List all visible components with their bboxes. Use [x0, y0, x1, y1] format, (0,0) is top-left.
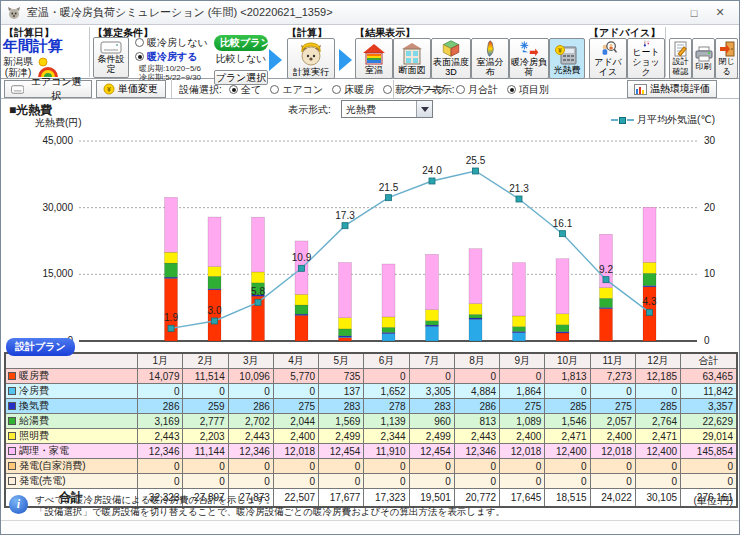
column-header: 6月 [364, 353, 409, 369]
radio-option-全て[interactable]: 全て [229, 83, 261, 97]
value-cell: 1,139 [364, 414, 409, 429]
series-color-swatch [8, 477, 16, 485]
print-button[interactable]: 印刷 [692, 38, 715, 79]
svg-text:10: 10 [704, 268, 716, 279]
design-check-button[interactable]: 設計確認 [669, 38, 692, 79]
left-axis-label: 光熱費(円) [35, 116, 82, 130]
row-label: 発電(自家消費) [5, 459, 138, 474]
table-row-換気費: 換気費2862592862752832782832862752852752853… [5, 399, 737, 414]
note-line-1: すべての暖冷房設備による暖冷房費の合計を示します。 [35, 494, 505, 506]
table-row-暖房費: 暖房費14,07911,51410,0965,77073500001,8137,… [5, 369, 737, 384]
radio-option-項目別[interactable]: 項目別 [507, 83, 549, 97]
series-color-swatch [8, 447, 16, 455]
utility-cost-button[interactable]: ¥ 光熱費 [549, 38, 585, 79]
value-cell: 1,089 [500, 414, 545, 429]
table-row-冷房費: 冷房費00001371,6523,3054,8841,86400011,842 [5, 384, 737, 399]
divider [89, 27, 90, 77]
advice-button[interactable]: アドバイス [589, 38, 627, 79]
table-row-給湯費: 給湯費3,1692,7772,7022,0441,5691,1399608131… [5, 414, 737, 429]
value-cell: 0 [590, 384, 635, 399]
design-check-icon [673, 41, 689, 57]
value-cell: 1,813 [545, 369, 590, 384]
value-cell: 0 [228, 459, 273, 474]
surface-temp-3d-button[interactable]: 表面温度3D [431, 38, 471, 79]
value-cell: 0 [409, 474, 454, 489]
value-cell: 2,400 [273, 429, 318, 444]
value-cell: 12,346 [138, 444, 183, 459]
value-cell: 285 [545, 399, 590, 414]
heating-period-label: 暖房期:10/20~5/6 [139, 64, 208, 73]
value-cell: 0 [681, 459, 737, 474]
equipment-select-label: 設備選択: [179, 83, 222, 97]
value-cell: 2,471 [545, 429, 590, 444]
column-header: 11月 [590, 353, 635, 369]
svg-text:45,000: 45,000 [42, 135, 73, 146]
aircon-small-icon [11, 85, 24, 94]
coin-icon: ¥ [103, 83, 115, 95]
compare-state-label: 比較しない [214, 52, 268, 66]
aircon-select-button[interactable]: エアコン選択 [4, 80, 92, 98]
compare-section: 比較プラン 比較しない プラン選択 [214, 35, 268, 85]
advice-icon [596, 40, 620, 57]
window-title: 室温・暖冷房負荷シミュレーション (年間) <20220621_1359> [27, 5, 681, 20]
surface-3d-icon [439, 40, 463, 57]
value-cell: 0 [545, 384, 590, 399]
series-color-swatch [8, 432, 16, 440]
value-cell: 283 [409, 399, 454, 414]
column-header: 1月 [138, 353, 183, 369]
value-cell: 12,346 [228, 444, 273, 459]
results-button-group: 室温 断面図 表面温度3D [355, 38, 585, 79]
calc-date-section: 年間計算 新潟県 (新津) [3, 37, 87, 78]
main-toolbar: 【計算日】 【算定条件】 【計算】 【結果表示】 【アドバイス】 年間計算 新潟… [1, 25, 739, 79]
flow-arrow-icon [339, 49, 352, 71]
heat-shock-button[interactable]: ヒートショック [627, 38, 665, 79]
calc-mode-title: 年間計算 [3, 37, 87, 56]
series-color-swatch [8, 462, 16, 470]
value-cell: 0 [590, 474, 635, 489]
radio-option-no-hvac[interactable]: 暖冷房しない [135, 36, 208, 50]
value-cell: 0 [364, 459, 409, 474]
maximize-button[interactable]: □ [681, 4, 707, 22]
legend-label: 月平均外気温(℃) [637, 113, 715, 127]
close-window-button[interactable]: 閉じる [715, 38, 738, 79]
app-icon [7, 6, 21, 20]
radio-option-エアコン[interactable]: エアコン [270, 83, 323, 97]
hvac-load-icon [517, 40, 541, 57]
radio-option-床暖房[interactable]: 床暖房 [332, 83, 374, 97]
radio-option-月合計[interactable]: 月合計 [456, 83, 498, 97]
svg-text:30: 30 [704, 135, 716, 146]
value-cell: 11,910 [364, 444, 409, 459]
condition-settings-button[interactable]: 条件設定 [93, 37, 129, 78]
series-color-swatch [8, 417, 16, 425]
value-cell: 12,018 [273, 444, 318, 459]
value-cell: 1,864 [500, 384, 545, 399]
thermal-eval-icon [634, 84, 647, 95]
value-cell: 7,273 [590, 369, 635, 384]
value-cell: 3,357 [681, 399, 737, 414]
value-cell: 285 [635, 399, 680, 414]
close-button[interactable]: ✕ [707, 4, 733, 22]
thermal-eval-button[interactable]: 温熱環境評価 [627, 80, 717, 98]
value-cell: 0 [319, 474, 364, 489]
value-cell: 0 [273, 384, 318, 399]
hvac-load-button[interactable]: 暖冷房負荷 [509, 38, 549, 79]
value-cell: 0 [183, 474, 228, 489]
value-cell: 0 [319, 459, 364, 474]
temp-distribution-button[interactable]: 室温分布 [471, 38, 509, 79]
value-cell: 283 [319, 399, 364, 414]
value-cell: 0 [183, 384, 228, 399]
value-cell: 0 [228, 384, 273, 399]
unit-price-button[interactable]: ¥ 単価変更 [96, 80, 166, 98]
utility-cost-chart: 015,00030,00045,00001020301.93.05.810.91… [1, 113, 740, 349]
app-window: 室温・暖冷房負荷シミュレーション (年間) <20220621_1359> □ … [0, 0, 740, 535]
value-cell: 2,400 [500, 429, 545, 444]
column-header: 5月 [319, 353, 364, 369]
cross-section-button[interactable]: 断面図 [393, 38, 431, 79]
run-calculation-button[interactable]: 計算実行 [287, 38, 335, 79]
radio-option-hvac[interactable]: 暖冷房する [135, 50, 208, 64]
value-cell: 0 [500, 369, 545, 384]
value-cell: 1,652 [364, 384, 409, 399]
value-cell: 2,499 [319, 429, 364, 444]
value-cell: 11,514 [183, 369, 228, 384]
room-temp-button[interactable]: 室温 [355, 38, 393, 79]
